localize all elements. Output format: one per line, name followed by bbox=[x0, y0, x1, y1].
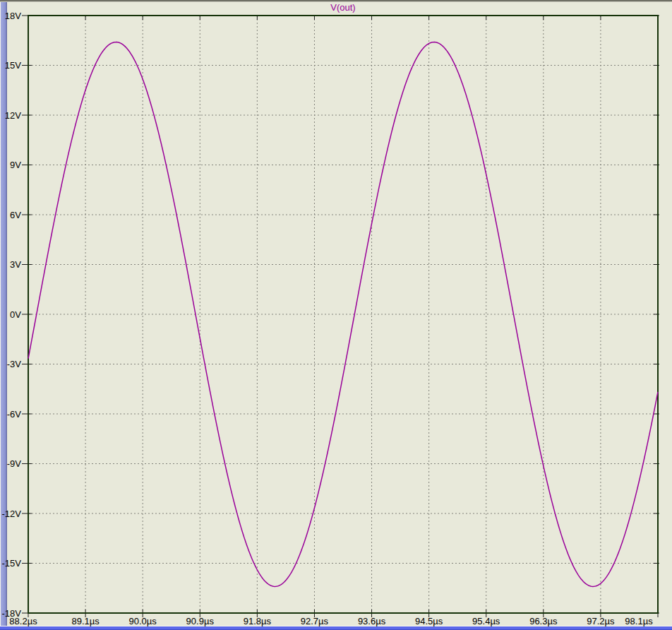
y-tick-label: -15V bbox=[2, 558, 22, 569]
y-tick-label: 18V bbox=[5, 11, 21, 21]
y-tick-label: 0V bbox=[10, 309, 21, 320]
y-tick-label: 6V bbox=[10, 210, 21, 220]
x-tick-label: 98.1µs bbox=[625, 616, 653, 626]
x-tick-label: 88.2µs bbox=[9, 616, 37, 626]
x-tick-label: 96.3µs bbox=[529, 616, 558, 626]
y-tick-label: 9V bbox=[10, 160, 21, 170]
x-tick-label: 95.4µs bbox=[472, 616, 500, 626]
y-tick-label: -12V bbox=[2, 509, 22, 519]
x-tick-label: 91.8µs bbox=[244, 616, 272, 626]
x-tick-label: 97.2µs bbox=[587, 616, 615, 626]
y-tick-label: -3V bbox=[7, 359, 22, 369]
y-tick-label: 3V bbox=[10, 259, 21, 270]
x-tick-label: 94.5µs bbox=[415, 616, 443, 626]
x-tick-label: 89.1µs bbox=[71, 616, 100, 626]
waveform-viewer-pane: V(out) 18V15V12V9V6V3V0V-3V-6V-9V-12V-15… bbox=[0, 0, 672, 630]
y-tick-label: 15V bbox=[5, 60, 21, 71]
x-tick-label: 90.9µs bbox=[186, 616, 215, 626]
y-tick-label: 12V bbox=[5, 110, 21, 121]
x-tick-label: 93.6µs bbox=[358, 616, 386, 626]
x-tick-label: 90.0µs bbox=[129, 616, 157, 626]
y-tick-label: -9V bbox=[7, 458, 22, 469]
x-tick-label: 92.7µs bbox=[301, 616, 329, 626]
y-tick-label: -6V bbox=[7, 409, 22, 420]
waveform-plot-area[interactable]: 18V15V12V9V6V3V0V-3V-6V-9V-12V-15V-18V88… bbox=[0, 0, 672, 630]
